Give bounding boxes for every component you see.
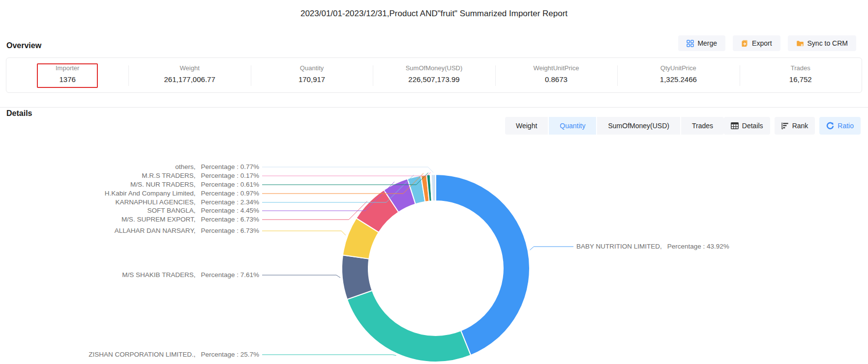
tab-quantity[interactable]: Quantity <box>549 117 596 135</box>
overview-stats-card: Importer 1376 Weight 261,177,006.77 Quan… <box>6 57 862 93</box>
sync-to-crm-button[interactable]: Sync to CRM <box>788 35 856 51</box>
stat-importer: Importer 1376 <box>6 58 128 92</box>
merge-icon <box>687 40 694 47</box>
details-heading: Details <box>6 109 32 118</box>
chart-label-percentage: Percentage : 6.73% <box>201 216 259 223</box>
export-button-label: Export <box>752 39 772 47</box>
pie-slice-10[interactable] <box>431 174 436 201</box>
label-line-4 <box>262 201 367 220</box>
export-icon <box>741 40 748 47</box>
sync-to-crm-button-label: Sync to CRM <box>808 39 848 47</box>
ratio-view-label: Ratio <box>838 122 854 130</box>
label-line-9 <box>262 172 431 176</box>
chart-label-name: ALLAHAR DAN NARSARY, <box>115 227 196 234</box>
merge-button-label: Merge <box>697 39 717 47</box>
label-line-10 <box>262 167 433 172</box>
chart-label-percentage: Percentage : 0.61% <box>201 181 259 188</box>
label-line-1 <box>262 355 396 356</box>
chart-label-name: ZISHAN CORPORATION LIMITED., <box>89 351 195 358</box>
chart-label-percentage: Percentage : 0.17% <box>201 172 259 179</box>
chart-label-percentage: Percentage : 0.97% <box>201 190 259 197</box>
chart-label-10: others,Percentage : 0.77% <box>175 163 259 171</box>
chart-label-percentage: Percentage : 2.34% <box>201 198 259 206</box>
export-button[interactable]: Export <box>733 35 780 51</box>
stat-value: 0.8673 <box>495 75 617 84</box>
stat-label: Trades <box>740 64 862 72</box>
chart-label-name: M/S. NUR TRADERS, <box>130 181 196 188</box>
merge-button[interactable]: Merge <box>678 35 725 51</box>
chart-label-name: H.Kabir And Company Limited, <box>105 190 196 197</box>
chart-label-percentage: Percentage : 0.77% <box>201 163 259 170</box>
stat-value: 170,917 <box>251 75 373 84</box>
tab-trades[interactable]: Trades <box>681 117 724 135</box>
chart-label-name: M/S SHAKIB TRADERS, <box>122 271 195 279</box>
chart-label-2: M/S SHAKIB TRADERS,Percentage : 7.61% <box>122 271 259 280</box>
rank-icon <box>781 122 789 129</box>
chart-label-name: BABY NUTRITION LIMITED, <box>576 243 662 250</box>
stat-label: Importer <box>6 64 128 72</box>
donut-chart-svg <box>0 135 868 364</box>
stat-trades: Trades 16,752 <box>740 58 862 92</box>
metric-tabs: Weight Quantity SumOfMoney(USD) Trades <box>505 117 724 135</box>
stat-label: QtyUnitPrice <box>617 64 739 72</box>
ratio-icon <box>826 122 834 130</box>
stat-value: 226,507,173.99 <box>373 75 495 84</box>
stat-qty-unit-price: QtyUnitPrice 1,325.2466 <box>617 58 739 92</box>
stat-weight: Weight 261,177,006.77 <box>128 58 250 92</box>
stat-value: 16,752 <box>740 75 862 84</box>
stat-quantity: Quantity 170,917 <box>251 58 373 92</box>
stat-value: 1,325.2466 <box>617 75 739 84</box>
label-line-3 <box>262 231 346 235</box>
chart-label-0: BABY NUTRITION LIMITED,Percentage : 43.9… <box>576 242 729 251</box>
stat-label: WeightUnitPrice <box>495 64 617 72</box>
pie-slice-1[interactable] <box>347 290 471 362</box>
stat-value: 261,177,006.77 <box>128 75 250 84</box>
overview-heading: Overview <box>6 41 41 50</box>
top-action-buttons: Merge Export Sync to CRM <box>678 35 856 51</box>
chart-label-4: M/S. SUPREM EXPORT,Percentage : 6.73% <box>121 215 259 224</box>
chart-label-5: SOFT BANGLA,Percentage : 4.45% <box>147 206 259 215</box>
stat-label: Weight <box>128 64 250 72</box>
rank-view-label: Rank <box>792 122 808 130</box>
details-view-button[interactable]: Details <box>724 117 770 135</box>
tab-sum-of-money[interactable]: SumOfMoney(USD) <box>597 117 680 135</box>
donut-chart: BABY NUTRITION LIMITED,Percentage : 43.9… <box>0 135 868 364</box>
chart-label-1: ZISHAN CORPORATION LIMITED.,Percentage :… <box>89 350 259 359</box>
stat-weight-unit-price: WeightUnitPrice 0.8673 <box>495 58 617 92</box>
importer-report-page: 2023/01/01-2023/12/31,Product AND"fruit"… <box>0 0 868 364</box>
label-line-0 <box>530 247 573 250</box>
details-view-label: Details <box>742 122 763 130</box>
chart-label-name: M.R.S TRADERS, <box>142 172 195 179</box>
chart-label-percentage: Percentage : 25.7% <box>201 351 259 358</box>
stat-sum-of-money: SumOfMoney(USD) 226,507,173.99 <box>373 58 495 92</box>
pie-slice-0[interactable] <box>436 174 530 355</box>
table-icon <box>731 122 739 129</box>
stat-value: 1376 <box>6 75 128 84</box>
chart-label-name: SOFT BANGLA, <box>147 207 195 214</box>
chart-label-name: KARNAPHULI AGENCIES, <box>116 198 196 206</box>
sync-folder-icon <box>796 40 804 47</box>
chart-label-percentage: Percentage : 4.45% <box>201 207 259 214</box>
chart-label-8: M/S. NUR TRADERS,Percentage : 0.61% <box>130 180 259 189</box>
chart-label-7: H.Kabir And Company Limited,Percentage :… <box>105 189 259 198</box>
chart-label-9: M.R.S TRADERS,Percentage : 0.17% <box>142 171 259 180</box>
chart-label-percentage: Percentage : 43.92% <box>667 243 729 250</box>
ratio-view-button[interactable]: Ratio <box>819 117 861 135</box>
chart-label-6: KARNAPHULI AGENCIES,Percentage : 2.34% <box>116 198 259 207</box>
chart-label-percentage: Percentage : 6.73% <box>201 227 259 234</box>
chart-label-3: ALLAHAR DAN NARSARY,Percentage : 6.73% <box>115 226 259 235</box>
chart-label-name: M/S. SUPREM EXPORT, <box>121 216 196 223</box>
section-divider <box>0 107 868 108</box>
stat-label: Quantity <box>251 64 373 72</box>
view-mode-buttons: Details Rank Ratio <box>724 117 861 135</box>
page-title: 2023/01/01-2023/12/31,Product AND"fruit"… <box>0 9 868 19</box>
chart-label-percentage: Percentage : 7.61% <box>201 271 259 279</box>
label-line-2 <box>262 275 340 278</box>
chart-label-name: others, <box>175 163 195 170</box>
rank-view-button[interactable]: Rank <box>775 117 815 135</box>
stat-label: SumOfMoney(USD) <box>373 64 495 72</box>
tab-weight[interactable]: Weight <box>505 117 548 135</box>
